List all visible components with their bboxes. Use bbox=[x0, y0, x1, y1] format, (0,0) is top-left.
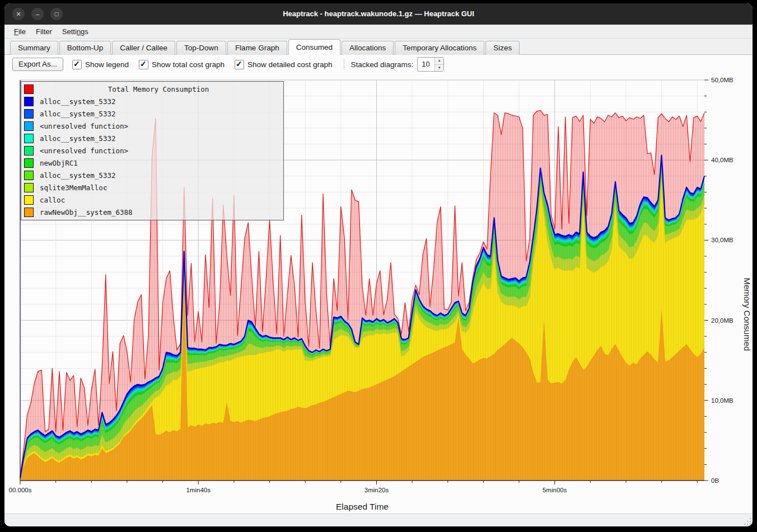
tab-bar: SummaryBottom-UpCaller / CalleeTop-DownF… bbox=[4, 39, 753, 55]
legend-swatch bbox=[24, 195, 34, 205]
menu-item-filter[interactable]: Filter bbox=[31, 26, 57, 37]
title-bar[interactable]: ✕ – ▢ Heaptrack - heaptrack.wakunode.1.g… bbox=[4, 3, 753, 25]
legend-swatch bbox=[24, 84, 34, 94]
resize-grip[interactable] bbox=[744, 518, 751, 525]
tab-bottom-up[interactable]: Bottom-Up bbox=[59, 41, 111, 55]
legend-label: <unresolved function> bbox=[40, 122, 128, 130]
spinner-up-icon[interactable]: ▲ bbox=[435, 58, 443, 65]
tab-top-down[interactable]: Top-Down bbox=[176, 41, 226, 55]
legend-swatch bbox=[24, 208, 34, 217]
legend-item: calloc bbox=[21, 194, 283, 206]
legend-item: newObjRC1 bbox=[21, 157, 283, 169]
tab-allocations[interactable]: Allocations bbox=[342, 41, 394, 55]
tab-flame-graph[interactable]: Flame Graph bbox=[227, 41, 287, 55]
chart-legend: Total Memory Consumptionalloc__system_53… bbox=[21, 81, 284, 220]
legend-swatch bbox=[24, 97, 34, 106]
legend-label: alloc__system_5332 bbox=[40, 134, 115, 143]
legend-item: alloc__system_5332 bbox=[21, 132, 283, 144]
tab-sizes[interactable]: Sizes bbox=[485, 41, 520, 55]
stacked-diagrams-label: Stacked diagrams: bbox=[351, 60, 414, 69]
y-axis-title: Memory Consumed bbox=[742, 278, 752, 287]
legend-label: alloc__system_5332 bbox=[40, 97, 115, 106]
tab-consumed[interactable]: Consumed bbox=[288, 39, 340, 55]
menu-item-settings[interactable]: Settings bbox=[57, 26, 94, 37]
legend-item: alloc__system_5332 bbox=[21, 169, 283, 181]
legend-swatch bbox=[24, 183, 34, 192]
legend-label: calloc bbox=[40, 196, 65, 204]
legend-label: Total Memory Consumption bbox=[34, 85, 283, 93]
legend-label: alloc__system_5332 bbox=[40, 171, 115, 180]
svg-text:00.000s: 00.000s bbox=[9, 487, 32, 493]
legend-label: <unresolved function> bbox=[40, 147, 128, 155]
legend-label: sqlite3MemMalloc bbox=[40, 183, 107, 192]
checkbox-label: Show detailed cost graph bbox=[247, 60, 333, 69]
legend-item: Total Memory Consumption bbox=[21, 83, 283, 95]
svg-text:20,0MB: 20,0MB bbox=[711, 317, 733, 324]
legend-swatch bbox=[24, 146, 34, 156]
svg-text:50,0MB: 50,0MB bbox=[711, 77, 733, 83]
svg-text:5min00s: 5min00s bbox=[543, 487, 567, 493]
legend-item: <unresolved function> bbox=[21, 120, 283, 132]
tab-caller-callee[interactable]: Caller / Callee bbox=[112, 41, 175, 55]
svg-text:30,0MB: 30,0MB bbox=[711, 237, 733, 243]
toolbar: Export As... ✓Show legend✓Show total cos… bbox=[4, 55, 753, 74]
legend-swatch bbox=[24, 121, 34, 131]
checkbox-show-total-cost-graph[interactable]: ✓Show total cost graph bbox=[139, 60, 225, 69]
window-title: Heaptrack - heaptrack.wakunode.1.gz — He… bbox=[4, 3, 753, 25]
check-icon: ✓ bbox=[236, 59, 242, 68]
menu-item-file[interactable]: File bbox=[9, 26, 31, 37]
stacked-diagrams-spinner[interactable]: 10 ▲ ▼ bbox=[417, 57, 444, 72]
tab-temporary-allocations[interactable]: Temporary Allocations bbox=[395, 41, 484, 55]
legend-item: rawNewObj__system_6388 bbox=[21, 206, 283, 218]
checkbox-box[interactable]: ✓ bbox=[72, 60, 82, 69]
checkbox-label: Show total cost graph bbox=[152, 60, 225, 69]
check-icon: ✓ bbox=[73, 59, 80, 68]
legend-label: alloc__system_5332 bbox=[40, 110, 115, 118]
svg-text:3min20s: 3min20s bbox=[365, 487, 389, 493]
tab-summary[interactable]: Summary bbox=[10, 41, 58, 55]
legend-swatch bbox=[24, 171, 34, 180]
legend-label: newObjRC1 bbox=[40, 159, 78, 167]
legend-swatch bbox=[24, 158, 34, 168]
spinner-value: 10 bbox=[418, 58, 434, 71]
svg-text:1min40s: 1min40s bbox=[186, 487, 211, 493]
checkbox-show-detailed-cost-graph[interactable]: ✓Show detailed cost graph bbox=[235, 60, 333, 69]
spinner-down-icon[interactable]: ▼ bbox=[435, 65, 443, 72]
legend-item: <unresolved function> bbox=[21, 144, 283, 157]
check-icon: ✓ bbox=[140, 59, 147, 68]
legend-swatch bbox=[24, 134, 34, 143]
export-as-button[interactable]: Export As... bbox=[12, 58, 63, 71]
menu-bar: FileFilterSettings bbox=[4, 25, 753, 39]
legend-item: alloc__system_5332 bbox=[21, 95, 283, 107]
checkbox-label: Show legend bbox=[85, 60, 129, 69]
toolbar-separator bbox=[344, 59, 344, 70]
consumed-chart-area: 00.000s1min40s3min20s5min00s0B10,0MB20,0… bbox=[4, 74, 753, 514]
svg-text:Elapsed Time: Elapsed Time bbox=[336, 502, 389, 511]
legend-swatch bbox=[24, 109, 34, 119]
checkbox-box[interactable]: ✓ bbox=[139, 60, 148, 69]
svg-text:40,0MB: 40,0MB bbox=[711, 157, 733, 163]
status-bar bbox=[4, 514, 753, 526]
application-window: ✕ – ▢ Heaptrack - heaptrack.wakunode.1.g… bbox=[4, 3, 753, 526]
legend-item: sqlite3MemMalloc bbox=[21, 181, 283, 194]
svg-text:10,0MB: 10,0MB bbox=[711, 397, 733, 404]
legend-label: rawNewObj__system_6388 bbox=[40, 208, 133, 216]
checkbox-box[interactable]: ✓ bbox=[235, 60, 244, 69]
legend-item: alloc__system_5332 bbox=[21, 107, 283, 120]
svg-text:0B: 0B bbox=[711, 477, 719, 484]
checkbox-show-legend[interactable]: ✓Show legend bbox=[72, 60, 129, 69]
